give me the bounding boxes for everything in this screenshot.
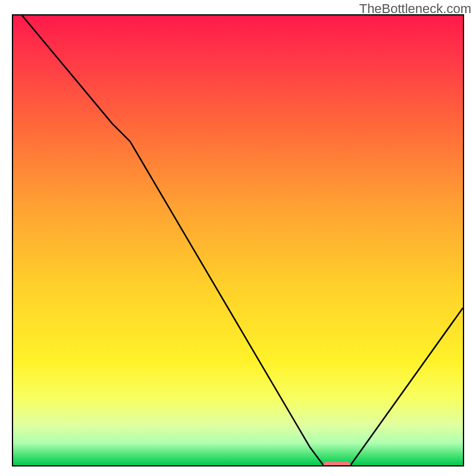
chart-curve [22,15,463,465]
chart-svg [13,15,463,465]
highlight-segment [324,462,350,465]
chart-area [12,14,464,466]
watermark-text: TheBottleneck.com [359,1,471,17]
